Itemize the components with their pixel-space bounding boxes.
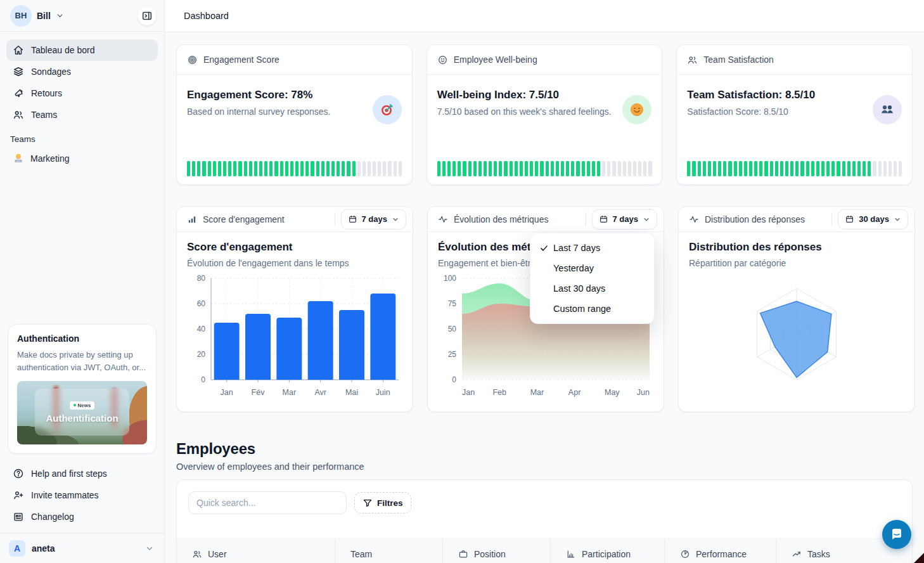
chart-subtitle: Évolution de l'engagement dans le temps [187,258,402,268]
progress-segment [638,161,641,176]
filters-button[interactable]: Filtres [354,492,411,514]
sidebar-item-invite[interactable]: Invite teammates [6,484,158,506]
stat-card-engagement: Engagement Score Engagement Score: 78% B… [176,44,413,185]
date-range-label: 7 days [613,214,638,224]
sidebar-item-help[interactable]: Help and first steps [6,463,158,484]
menu-item-last-7-days[interactable]: Last 7 days [530,238,654,258]
sidebar-spacer [0,169,164,318]
progress-segment [394,161,397,176]
column-header-label: Participation [582,549,631,559]
calendar-icon [599,214,608,224]
progress-segment [878,161,882,176]
svg-text:Jan: Jan [462,388,475,397]
date-range-button[interactable]: 7 days [341,209,406,230]
main-content: Engagement Score Engagement Score: 78% B… [165,32,924,563]
progress-segment [233,161,236,176]
stat-card-body: Engagement Score: 78% Based on internal … [177,75,412,185]
chart-card-header-label: Évolution des métriques [454,214,580,224]
progress-segment [648,161,651,176]
sidebar-collapse-button[interactable] [138,6,157,25]
sidebar-item-feedback[interactable]: Retours [6,82,158,104]
promo-description: Make docs private by setting up authenti… [17,349,147,373]
sidebar-item-changelog[interactable]: Changelog [6,506,158,527]
menu-item-custom-range[interactable]: Custom range [530,299,654,319]
progress-segment [192,161,195,176]
chart-card-metrics-evolution: Évolution des métriques 7 days Évolution… [427,206,664,412]
help-circle-icon [13,468,24,479]
stat-subtitle: 7.5/10 based on this week's shared feeli… [437,107,652,117]
progress-segment [889,161,892,176]
dart-target-emoji-icon [373,95,402,124]
workspace-name[interactable]: Bill [37,11,51,21]
date-range-button[interactable]: 30 days [838,209,908,230]
chevron-down-icon [56,11,64,20]
progress-segment [703,161,706,176]
chevron-down-icon [643,216,650,223]
sidebar-team-marketing[interactable]: Marketing [0,148,164,169]
stat-card-header-label: Employee Well-being [454,55,537,65]
column-header-performance[interactable]: Performance [665,539,776,563]
sidebar-header: BH Bill [0,0,164,32]
column-header-participation[interactable]: Participation [551,539,665,563]
progress-segment [259,161,262,176]
progress-segment [718,161,721,176]
progress-segment [873,161,876,176]
progress-segment [347,161,350,176]
progress-segment [525,161,528,176]
column-header-team[interactable]: Team [335,539,443,563]
svg-text:0: 0 [201,375,205,384]
svg-text:Jun: Jun [637,388,650,397]
avatar[interactable]: BH [10,5,32,27]
column-header-user[interactable]: User [177,539,335,563]
progress-segment [208,161,211,176]
menu-item-yesterday[interactable]: Yesterday [530,258,654,278]
sidebar-item-surveys[interactable]: Sondages [6,61,158,82]
chevron-down-icon [145,544,154,553]
progress-segment [357,161,361,176]
promo-image: News Authentification [17,381,147,444]
progress-bar [687,161,902,176]
users-icon [192,549,202,559]
progress-segment [770,161,773,176]
activity-icon [689,214,699,224]
smiling-face-emoji-icon [622,95,651,124]
progress-segment [305,161,309,176]
progress-segment [607,161,610,176]
promo-card[interactable]: Authentication Make docs private by sett… [8,324,157,454]
progress-bar [187,161,402,176]
bar-chart-icon [566,549,576,559]
progress-segment [520,161,523,176]
menu-item-last-30-days[interactable]: Last 30 days [530,278,654,299]
progress-segment [373,161,376,176]
svg-text:Mar: Mar [530,388,544,397]
svg-text:Juin: Juin [376,388,390,397]
filters-button-label: Filtres [377,498,403,508]
sidebar-item-dashboard[interactable]: Tableau de bord [6,39,158,61]
progress-segment [582,161,585,176]
sidebar-item-teams[interactable]: Teams [6,104,158,126]
stat-card-body: Well-being Index: 7.5/10 7.5/10 based on… [427,75,662,185]
progress-segment [692,161,695,176]
stat-card-header: Engagement Score [177,45,412,75]
progress-segment [295,161,298,176]
progress-segment [863,161,866,176]
account-switcher[interactable]: A aneta [0,533,164,563]
chat-widget-button[interactable] [882,520,911,549]
date-range-button[interactable]: 7 days [592,209,657,230]
progress-segment [566,161,569,176]
svg-text:Apr: Apr [568,388,581,397]
stat-card-header-label: Engagement Score [203,55,279,65]
svg-text:0: 0 [452,375,456,384]
progress-segment [831,161,835,176]
megaphone-icon [13,87,24,99]
progress-segment [326,161,330,176]
search-input[interactable] [188,491,347,514]
chart-subtitle: Répartition par catégorie [689,258,904,268]
header-separator [586,212,586,226]
progress-segment [452,161,456,176]
progress-segment [708,161,711,176]
stat-subtitle: Based on internal survey responses. [187,107,402,117]
progress-segment [628,161,631,176]
chart-card-header: Distribution des réponses 30 days [679,207,914,232]
column-header-position[interactable]: Position [443,539,551,563]
